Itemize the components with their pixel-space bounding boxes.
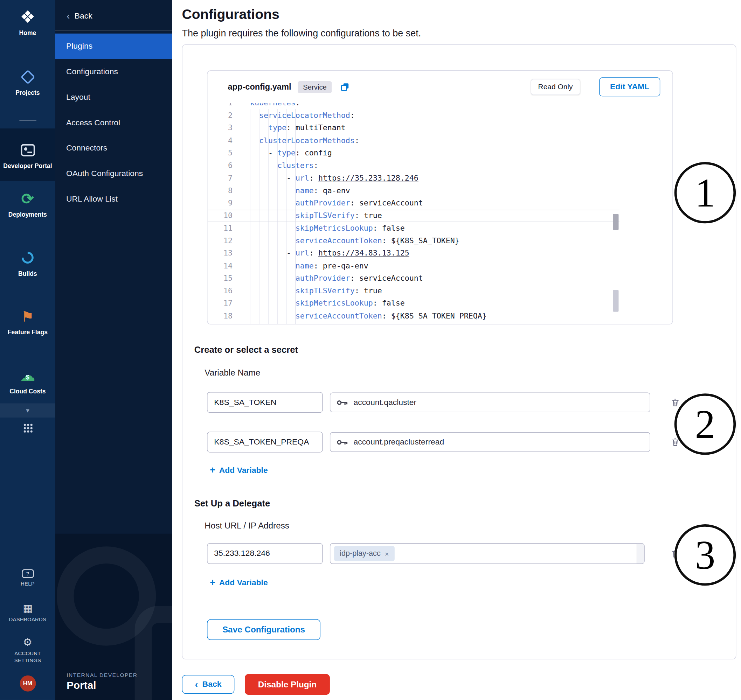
- developer-portal-icon: [21, 141, 35, 160]
- key-icon: [337, 439, 348, 445]
- line-number: 13: [207, 247, 233, 260]
- yaml-line: 11 skipMetricsLookup: false: [207, 222, 619, 234]
- page-actions: ‹ Back Disable Plugin: [182, 674, 741, 695]
- chevron-left-icon: ‹: [195, 680, 198, 689]
- yaml-line: 2 serviceLocatorMethod:: [207, 109, 619, 122]
- yaml-line: 14 name: pre-qa-env: [207, 260, 619, 272]
- annotation-circle-2: 2: [675, 393, 736, 454]
- variable-name-input[interactable]: [207, 432, 323, 452]
- line-number: 11: [207, 222, 233, 234]
- line-code: serviceAccountToken: ${K8S_SA_TOKEN}: [233, 234, 460, 247]
- line-number: 14: [207, 260, 233, 272]
- yaml-line: 9 authProvider: serviceAccount: [207, 197, 619, 210]
- back-button[interactable]: ‹ Back: [182, 675, 235, 694]
- help-chat-icon: ?: [21, 569, 34, 578]
- edit-yaml-button[interactable]: Edit YAML: [599, 77, 660, 96]
- nav-builds[interactable]: Builds: [0, 246, 55, 280]
- yaml-line: 3 type: multiTenant: [207, 122, 619, 134]
- line-code: type: multiTenant: [233, 122, 346, 134]
- nav-account-settings[interactable]: ⚙ ACCOUNT SETTINGS: [0, 637, 55, 664]
- nav-dashboards[interactable]: ▦ DASHBOARDS: [0, 603, 55, 623]
- feature-flags-icon: ⚑: [21, 307, 34, 326]
- modules-collapse-toggle[interactable]: ▾: [0, 404, 55, 418]
- sidebar-item-access-control[interactable]: Access Control: [55, 110, 172, 135]
- yaml-filename: app-config.yaml: [228, 82, 291, 92]
- add-variable-label: Add Variable: [219, 578, 268, 587]
- line-code: name: pre-qa-env: [233, 260, 368, 272]
- line-code: skipTLSVerify: true: [233, 285, 382, 297]
- deployments-icon: ⟳: [21, 189, 34, 208]
- add-variable-link[interactable]: + Add Variable: [210, 465, 268, 476]
- service-badge: Service: [298, 81, 331, 93]
- secret-row: account.preqaclusterread: [207, 432, 681, 452]
- sidebar-item-configurations[interactable]: Configurations: [55, 59, 172, 85]
- secret-selector[interactable]: account.qacluster: [330, 392, 650, 412]
- add-variable-link[interactable]: + Add Variable: [210, 577, 268, 588]
- variable-name-input[interactable]: [207, 392, 323, 413]
- sidebar-item-connectors[interactable]: Connectors: [55, 135, 172, 161]
- line-code: - url: https://34.83.13.125: [233, 247, 410, 260]
- footer-eyebrow: INTERNAL DEVELOPER: [66, 672, 137, 678]
- nav-account-settings-label: ACCOUNT SETTINGS: [9, 650, 47, 664]
- user-avatar[interactable]: HM: [20, 675, 36, 691]
- save-configurations-button[interactable]: Save Configurations: [207, 619, 320, 640]
- builds-icon: [22, 248, 34, 267]
- line-number: 5: [207, 147, 233, 160]
- line-code: serviceAccountToken: ${K8S_SA_TOKEN_PREQ…: [233, 310, 487, 322]
- nav-cloud-costs[interactable]: ☁$ Cloud Costs: [0, 364, 55, 398]
- line-number: 3: [207, 122, 233, 134]
- secret-selector[interactable]: account.preqaclusterread: [330, 432, 650, 452]
- delegate-tag-chip: idp-play-acc ×: [334, 546, 395, 561]
- host-url-input[interactable]: [207, 543, 323, 564]
- nav-feature-flags[interactable]: ⚑ Feature Flags: [0, 305, 55, 339]
- remove-tag-icon[interactable]: ×: [385, 550, 389, 557]
- sidebar-item-oauth-configurations[interactable]: OAuth Configurations: [55, 161, 172, 187]
- host-url-label: Host URL / IP Address: [205, 521, 289, 531]
- nav-projects-label: Projects: [15, 89, 40, 97]
- line-code: skipTLSVerify: true: [233, 209, 382, 222]
- nav-projects[interactable]: Projects: [0, 65, 55, 99]
- module-picker-grid-icon[interactable]: [23, 423, 32, 432]
- back-link[interactable]: ‹ Back: [55, 0, 172, 30]
- annotation-circle-3: 3: [675, 524, 736, 585]
- secrets-heading: Create or select a secret: [194, 345, 298, 355]
- secret-value: account.preqaclusterread: [354, 437, 444, 447]
- scrollbar-thumb[interactable]: [613, 290, 619, 312]
- nav-deployments[interactable]: ⟳ Deployments: [0, 187, 55, 221]
- yaml-line: 10 skipTLSVerify: true: [207, 209, 619, 222]
- yaml-line: 1kubernetes:: [207, 103, 619, 109]
- nav-help[interactable]: ? HELP: [0, 569, 55, 587]
- yaml-line: 18 serviceAccountToken: ${K8S_SA_TOKEN_P…: [207, 310, 619, 322]
- delegate-tags-field[interactable]: idp-play-acc ×: [330, 543, 645, 564]
- line-code: serviceLocatorMethod:: [233, 109, 355, 122]
- nav-help-label: HELP: [21, 580, 35, 587]
- copy-icon[interactable]: [340, 82, 350, 92]
- delete-row-icon[interactable]: [670, 397, 681, 408]
- line-code: authProvider: serviceAccount: [233, 272, 423, 285]
- line-number: 16: [207, 285, 233, 297]
- nav-feature-flags-label: Feature Flags: [8, 329, 48, 337]
- yaml-line: 16 skipTLSVerify: true: [207, 285, 619, 297]
- disable-plugin-button[interactable]: Disable Plugin: [245, 674, 330, 695]
- read-only-badge: Read Only: [530, 79, 580, 95]
- cloud-costs-icon: ☁$: [20, 366, 35, 385]
- page-subtitle: The plugin requires the following config…: [182, 28, 741, 39]
- page-title: Configurations: [182, 7, 741, 22]
- sidebar-item-layout[interactable]: Layout: [55, 85, 172, 110]
- projects-cube-icon: [22, 68, 33, 87]
- secret-value: account.qacluster: [354, 398, 416, 407]
- back-link-label: Back: [75, 11, 93, 21]
- sidebar-item-url-allow-list[interactable]: URL Allow List: [55, 187, 172, 212]
- yaml-code-lines: 1kubernetes:2 serviceLocatorMethod:3 typ…: [207, 103, 619, 322]
- plus-icon: +: [210, 465, 215, 476]
- sidebar-item-plugins[interactable]: Plugins: [55, 34, 172, 59]
- scrollbar-thumb[interactable]: [613, 214, 619, 230]
- nav-home[interactable]: ❖ Home: [0, 6, 55, 39]
- nav-dashboards-label: DASHBOARDS: [9, 616, 47, 623]
- yaml-line: 15 authProvider: serviceAccount: [207, 272, 619, 285]
- settings-gear-icon: ⚙: [23, 637, 32, 648]
- nav-developer-portal[interactable]: Developer Portal: [1, 141, 54, 171]
- yaml-code-viewport[interactable]: 1kubernetes:2 serviceLocatorMethod:3 typ…: [207, 103, 619, 325]
- plugin-menu: Plugins Configurations Layout Access Con…: [55, 34, 172, 212]
- sidebar-divider: [19, 120, 37, 121]
